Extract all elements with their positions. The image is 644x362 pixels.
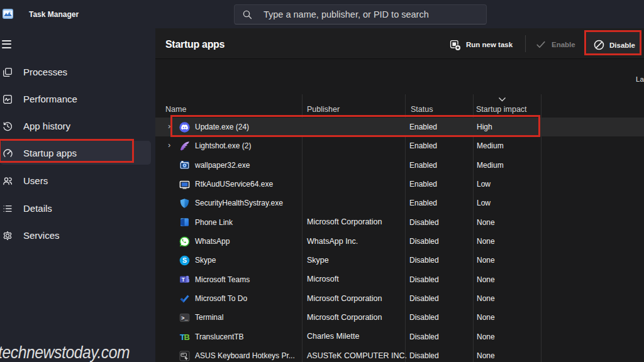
svg-text:B: B bbox=[184, 332, 189, 342]
svg-text:T: T bbox=[182, 277, 186, 283]
svg-text:>_: >_ bbox=[181, 315, 188, 321]
svg-text:S: S bbox=[182, 256, 187, 264]
